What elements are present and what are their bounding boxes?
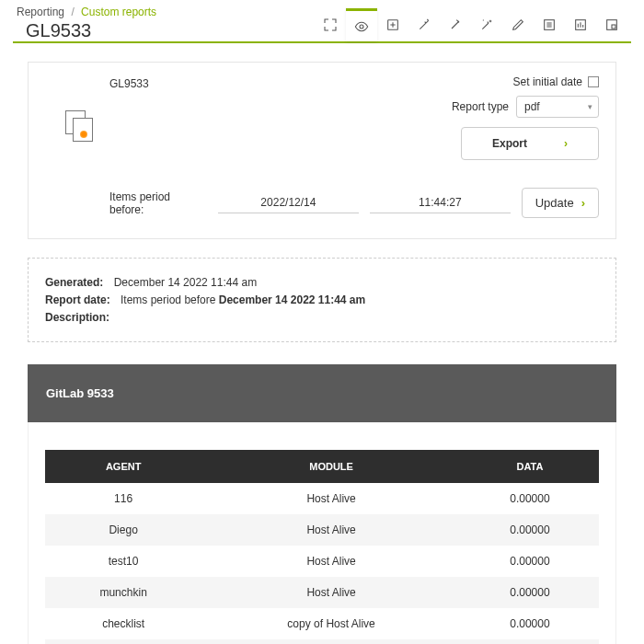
report-type-value: pdf: [524, 100, 540, 113]
image-icon[interactable]: [596, 8, 627, 41]
report-type-select[interactable]: pdf ▾: [516, 96, 599, 118]
svg-rect-5: [612, 25, 615, 29]
section-body: AGENT MODULE DATA 116Host Alive0.00000Di…: [28, 422, 616, 644]
table-row: munchkinHost Alive0.00000: [45, 577, 599, 608]
cell-data: 0.00000: [461, 546, 599, 577]
description-label: Description:: [45, 311, 109, 324]
breadcrumb: Reporting / Custom reports: [17, 6, 156, 18]
set-initial-date-checkbox[interactable]: [588, 76, 599, 87]
col-data: DATA: [461, 450, 599, 483]
update-button-label: Update: [535, 196, 574, 210]
col-module: MODULE: [201, 450, 461, 483]
time-input[interactable]: [370, 192, 511, 213]
chart-icon[interactable]: [565, 8, 596, 41]
cell-agent: 9705: [45, 639, 201, 644]
edit-icon[interactable]: [502, 8, 534, 41]
date-input[interactable]: [218, 192, 359, 213]
wand-icon[interactable]: [408, 8, 440, 41]
breadcrumb-current[interactable]: Custom reports: [81, 6, 156, 18]
cell-data: 0.00000: [461, 483, 599, 514]
cell-module: Host Alive: [201, 514, 461, 546]
report-controls-panel: GL9533 Set initial date Report type pdf …: [28, 62, 616, 239]
generated-label: Generated:: [45, 276, 103, 289]
section-title: GitLab 9533: [28, 364, 616, 422]
add-icon[interactable]: [377, 8, 408, 41]
cell-module: Host Alive: [201, 577, 461, 608]
table-row: checklistcopy of Host Alive0.00000: [45, 608, 599, 639]
cell-module: copy of Host Alive: [201, 608, 461, 639]
export-button-label: Export: [492, 137, 527, 150]
set-initial-date-label: Set initial date: [513, 75, 582, 88]
cell-agent: Diego: [45, 514, 201, 546]
cell-agent: checklist: [45, 608, 201, 639]
breadcrumb-root[interactable]: Reporting: [17, 6, 64, 18]
cell-data: 0.00000: [461, 608, 599, 639]
report-date-value: December 14 2022 11:44 am: [219, 293, 365, 306]
chevron-right-icon: ›: [564, 137, 568, 150]
cell-module: Host Alive: [201, 546, 461, 577]
table-row: 116Host Alive0.00000: [45, 483, 599, 514]
report-name: GL9533: [109, 77, 149, 160]
page-title: GL9533: [26, 20, 156, 41]
report-meta: Generated: December 14 2022 11:44 am Rep…: [28, 258, 616, 342]
cell-data: 0.00000: [461, 639, 599, 644]
chevron-right-icon: ›: [581, 196, 585, 210]
generated-value: December 14 2022 11:44 am: [114, 276, 257, 289]
cell-data: 0.00000: [461, 577, 599, 608]
cell-module: Host Alive: [201, 639, 461, 644]
fullscreen-icon[interactable]: [315, 8, 346, 41]
cell-agent: munchkin: [45, 577, 201, 608]
update-button[interactable]: Update ›: [522, 188, 599, 218]
data-table: AGENT MODULE DATA 116Host Alive0.00000Di…: [45, 450, 599, 644]
report-icon: [65, 110, 98, 144]
list-icon[interactable]: [534, 8, 565, 41]
table-row: DiegoHost Alive0.00000: [45, 514, 599, 546]
sparkle-wand-icon[interactable]: [471, 8, 502, 41]
report-type-label: Report type: [452, 100, 509, 113]
cell-module: Host Alive: [201, 483, 461, 514]
col-agent: AGENT: [45, 450, 201, 483]
cell-agent: test10: [45, 546, 201, 577]
cell-data: 0.00000: [461, 514, 599, 546]
report-date-label: Report date:: [45, 293, 110, 306]
items-period-label: Items period before:: [109, 190, 207, 216]
table-row: test10Host Alive0.00000: [45, 546, 599, 577]
table-row: 9705Host Alive0.00000: [45, 639, 599, 644]
toolbar: [315, 8, 627, 41]
pin-icon[interactable]: [440, 8, 471, 41]
chevron-down-icon: ▾: [588, 102, 592, 111]
cell-agent: 116: [45, 483, 201, 514]
view-icon[interactable]: [346, 8, 377, 41]
export-button[interactable]: Export ›: [461, 127, 599, 160]
svg-point-0: [360, 25, 363, 29]
report-date-prefix: Items period before: [121, 293, 219, 306]
